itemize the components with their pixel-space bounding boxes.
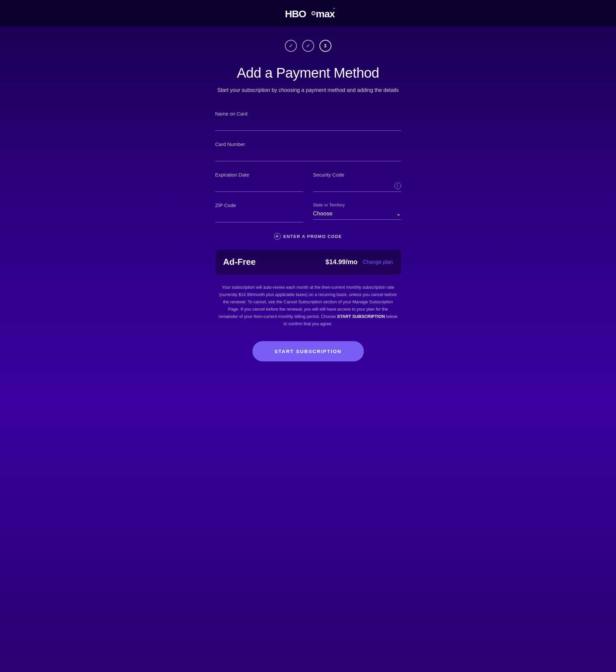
header: HBO max ™ [0,0,616,27]
svg-text:HBO: HBO [285,8,306,19]
main-content: ✓ ✓ 3 Add a Payment Method Start your su… [209,27,408,381]
step-3: 3 [319,40,331,52]
step-2-icon: ✓ [306,43,310,48]
expiration-date-input[interactable] [215,180,303,192]
plan-name: Ad-Free [223,257,256,267]
state-territory-select[interactable]: Choose ⌄ [313,208,401,220]
promo-code-button[interactable]: + ENTER A PROMO CODE [274,233,342,239]
svg-text:max: max [316,8,335,19]
steps-row: ✓ ✓ 3 [215,40,401,52]
zip-state-row: ZIP Code State or Territory Choose ⌄ [215,202,401,222]
page-title: Add a Payment Method [215,65,401,81]
zip-code-label: ZIP Code [215,202,303,208]
page-subtitle: Start your subscription by choosing a pa… [215,86,401,94]
zip-code-field: ZIP Code [215,202,303,222]
step-1-icon: ✓ [289,43,293,48]
start-subscription-button[interactable]: START SUBSCRIPTION [252,341,364,362]
logo: HBO max ™ [0,6,616,21]
state-territory-label: State or Territory [313,202,401,207]
step-2: ✓ [302,40,314,52]
hbomax-logo-svg: HBO max ™ [282,6,335,21]
svg-point-2 [312,12,314,15]
step-3-label: 3 [324,43,327,48]
state-territory-field: State or Territory Choose ⌄ [313,202,401,222]
state-territory-value: Choose [313,210,333,217]
expiration-date-label: Expiration Date [215,172,303,177]
card-number-label: Card Number [215,141,401,147]
legal-text: Your subscription will auto-renew each m… [215,284,401,328]
chevron-down-icon: ⌄ [396,210,401,217]
security-code-input[interactable] [313,180,401,192]
security-code-field: Security Code i [313,172,401,192]
security-code-label: Security Code [313,172,401,177]
payment-form: Name on Card Card Number Expiration Date… [215,111,401,222]
legal-text-bold: START SUBSCRIPTION [337,314,385,319]
promo-code-label: ENTER A PROMO CODE [283,234,342,239]
card-number-input[interactable] [215,150,401,161]
promo-section: + ENTER A PROMO CODE [215,233,401,239]
plus-circle-icon: + [274,233,281,239]
security-code-info-icon[interactable]: i [394,182,401,189]
name-on-card-field: Name on Card [215,111,401,131]
zip-code-input[interactable] [215,211,303,222]
name-on-card-input[interactable] [215,119,401,131]
plan-price-row: $14.99/mo Change plan [325,258,393,266]
expiry-security-row: Expiration Date Security Code i [215,172,401,192]
expiration-date-field: Expiration Date [215,172,303,192]
name-on-card-label: Name on Card [215,111,401,116]
svg-text:™: ™ [333,7,335,11]
plan-price: $14.99/mo [325,258,358,266]
step-1: ✓ [285,40,297,52]
change-plan-button[interactable]: Change plan [363,259,393,265]
plan-box: Ad-Free $14.99/mo Change plan [215,249,401,274]
card-number-field: Card Number [215,141,401,161]
